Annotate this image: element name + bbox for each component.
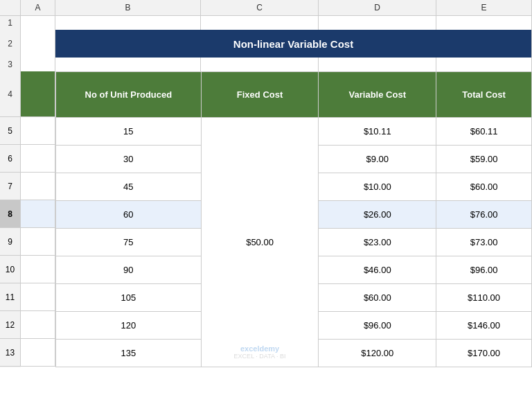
cell-d10[interactable]: $46.00 (319, 256, 436, 284)
header-col-b[interactable]: No of Unit Produced (56, 72, 202, 118)
row-num-13: 13 (0, 339, 21, 367)
cell-b8[interactable]: 60 (56, 201, 202, 229)
cell-b3[interactable] (55, 58, 201, 71)
cell-b5[interactable]: 15 (56, 118, 202, 146)
cell-b13[interactable]: 135 (56, 340, 202, 367)
cell-d6[interactable]: $9.00 (319, 146, 436, 173)
col-header-e[interactable]: E (436, 0, 532, 15)
col-header-c[interactable]: C (201, 0, 319, 15)
header-a4[interactable] (21, 71, 55, 117)
row-1: 1 (0, 16, 532, 30)
cell-b12[interactable]: 120 (56, 312, 202, 340)
cell-a1[interactable] (21, 16, 55, 30)
cell-e5[interactable]: $60.11 (436, 118, 532, 146)
main-data-table: No of Unit Produced Fixed Cost Variable … (55, 71, 532, 367)
row-num-6: 6 (0, 145, 21, 173)
cell-d11[interactable]: $60.00 (319, 284, 436, 312)
cell-e1[interactable] (436, 16, 532, 30)
cell-a7[interactable] (21, 173, 55, 200)
cell-e11[interactable]: $110.00 (436, 284, 532, 312)
cell-a5[interactable] (21, 117, 55, 145)
row-num-1: 1 (0, 16, 21, 30)
watermark: exceldemy EXCEL · DATA · BI (234, 344, 286, 360)
cell-b10[interactable]: 90 (56, 256, 202, 284)
cell-a3[interactable] (21, 58, 55, 71)
cell-d8[interactable]: $26.00 (319, 201, 436, 229)
row-num-12: 12 (0, 311, 21, 339)
cell-d3[interactable] (319, 58, 436, 71)
cell-e3[interactable] (436, 58, 532, 71)
cell-e8[interactable]: $76.00 (436, 201, 532, 229)
cell-a6[interactable] (21, 145, 55, 173)
fixed-cost-value: $50.00 (246, 237, 274, 247)
cell-a12[interactable] (21, 311, 55, 339)
corner-cell (0, 0, 21, 15)
cell-e7[interactable]: $60.00 (436, 173, 532, 201)
cell-e6[interactable]: $59.00 (436, 146, 532, 173)
cell-a2[interactable] (21, 30, 55, 58)
table-header-row: No of Unit Produced Fixed Cost Variable … (56, 72, 532, 118)
spreadsheet-body: 1 2 Non-linear Variable Cost 3 (0, 16, 532, 395)
row-num-11: 11 (0, 283, 21, 311)
cell-e13[interactable]: $170.00 (436, 340, 532, 367)
row-2: 2 Non-linear Variable Cost (0, 30, 532, 58)
cell-a13[interactable] (21, 339, 55, 367)
row-num-2: 2 (0, 30, 21, 58)
cell-a9[interactable] (21, 228, 55, 256)
title-cell: Non-linear Variable Cost (55, 30, 532, 58)
cell-e12[interactable]: $146.00 (436, 312, 532, 340)
cell-d1[interactable] (319, 16, 436, 30)
cell-c-merged[interactable]: $50.00 exceldemy EXCEL · DATA · BI (201, 118, 319, 367)
header-col-d[interactable]: Variable Cost (319, 72, 436, 118)
row-numbers-col: 4 5 6 7 8 9 10 11 12 13 (0, 71, 21, 367)
col-header-b[interactable]: B (55, 0, 201, 15)
row-num-10: 10 (0, 256, 21, 283)
cell-a10[interactable] (21, 256, 55, 283)
cell-a8[interactable] (21, 200, 55, 228)
row-3: 3 (0, 58, 532, 71)
cell-c1[interactable] (201, 16, 319, 30)
cell-b6[interactable]: 30 (56, 146, 202, 173)
header-col-e[interactable]: Total Cost (436, 72, 532, 118)
row-num-5: 5 (0, 117, 21, 145)
cell-c3[interactable] (201, 58, 319, 71)
cell-b7[interactable]: 45 (56, 173, 202, 201)
table-row: 15 $50.00 exceldemy EXCEL · DATA · BI $1… (56, 118, 532, 146)
cell-d7[interactable]: $10.00 (319, 173, 436, 201)
cell-d12[interactable]: $96.00 (319, 312, 436, 340)
cell-d9[interactable]: $23.00 (319, 229, 436, 256)
cell-b9[interactable]: 75 (56, 229, 202, 256)
cell-e9[interactable]: $73.00 (436, 229, 532, 256)
cell-b1[interactable] (55, 16, 201, 30)
header-col-c[interactable]: Fixed Cost (201, 72, 319, 118)
column-headers: A B C D E (0, 0, 532, 16)
col-a-data (21, 71, 55, 367)
row-num-8: 8 (0, 200, 21, 228)
data-section: 4 5 6 7 8 9 10 11 12 13 (0, 71, 532, 367)
row-num-7: 7 (0, 173, 21, 200)
cell-b11[interactable]: 105 (56, 284, 202, 312)
col-header-d[interactable]: D (319, 0, 436, 15)
row-num-9: 9 (0, 228, 21, 256)
cell-d5[interactable]: $10.11 (319, 118, 436, 146)
row-num-4: 4 (0, 71, 21, 117)
cell-a11[interactable] (21, 283, 55, 311)
row-num-3: 3 (0, 58, 21, 71)
col-header-a[interactable]: A (21, 0, 55, 15)
cell-d13[interactable]: $120.00 (319, 340, 436, 367)
spreadsheet: A B C D E 1 2 Non-linear Variable Cost 3 (0, 0, 532, 395)
cell-e10[interactable]: $96.00 (436, 256, 532, 284)
